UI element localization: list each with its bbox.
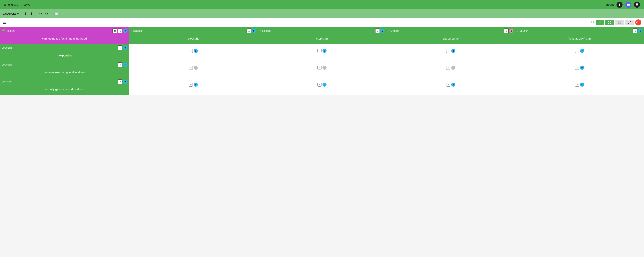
- score-badge-0-3: 7: [580, 49, 584, 53]
- score-icon-0-1[interactable]: [318, 49, 322, 53]
- undo-button[interactable]: ↩: [38, 11, 43, 16]
- search-button[interactable]: [591, 20, 594, 25]
- criterion-row-0: ⊞ Criterion 8 inexpensive: [0, 44, 644, 61]
- solution-1-title[interactable]: stop sign: [258, 34, 386, 44]
- criterion-0-icons: 8: [118, 45, 127, 50]
- upload-button[interactable]: ⬆: [29, 11, 34, 16]
- svg-rect-12: [114, 30, 116, 32]
- score-icon-0-2[interactable]: [446, 49, 450, 53]
- solution-0-header: ✓ Solution 6: [129, 27, 258, 34]
- score-icon-2-1[interactable]: [318, 83, 322, 87]
- score-cell-1-1: -: [258, 61, 386, 78]
- solution-2-header: ✓ Solution 2: [386, 27, 515, 34]
- score-badge-1-2: -: [451, 66, 455, 70]
- criterion-1-title[interactable]: conveys reasoning to slow down: [0, 68, 129, 78]
- download-button[interactable]: ⬇: [23, 11, 28, 16]
- criterion-0-badge: 8: [123, 46, 127, 50]
- problem-list-icon[interactable]: [118, 28, 122, 33]
- criterion-1-badge: 6: [123, 63, 127, 67]
- solution-cell-2: ✓ Solution 2 speed bump: [386, 27, 515, 44]
- nav-brand: ameliorate solve: [4, 3, 606, 6]
- solution-2-icons: 2: [504, 28, 513, 33]
- score-cell-1-2: -: [386, 61, 515, 78]
- solution-cell-0: ✓ Solution 6 stoplight: [129, 27, 258, 44]
- solution-cell-3: ✓ Solution 6 "kids at play" sign: [515, 27, 644, 44]
- score-icon-2-3[interactable]: [575, 83, 579, 87]
- grid-view-button[interactable]: [605, 20, 614, 25]
- criterion-1-icon: ⊞: [2, 63, 4, 66]
- solution-0-title[interactable]: stoplight: [129, 34, 258, 44]
- score-inner-1-0: -: [129, 61, 258, 74]
- matrix-container: 🧩 Problem 9 cars going too fast in neigh…: [0, 27, 644, 95]
- solution-1-header: ✓ Solution 7: [258, 27, 386, 34]
- solution-0-list-icon[interactable]: [246, 28, 251, 33]
- expand-button[interactable]: [625, 20, 634, 25]
- solution-0-icons: 6: [246, 28, 256, 33]
- score-cell-2-1: 9: [258, 78, 386, 95]
- nav-ameliorate[interactable]: ameliorate: [4, 3, 18, 6]
- svg-point-0: [592, 21, 594, 23]
- criterion-0-title[interactable]: inexpensive: [0, 51, 129, 61]
- nav-about[interactable]: about: [606, 3, 614, 6]
- check-view-button[interactable]: ✓: [596, 19, 604, 25]
- github-icon[interactable]: [634, 2, 640, 8]
- solution-2-list-icon[interactable]: [504, 28, 509, 33]
- criterion-cell-2: ⊞ Criterion 9 actually gets cars to slow…: [0, 78, 129, 95]
- checkmark-icon-3: ✓: [517, 29, 519, 32]
- svg-rect-3: [610, 21, 611, 22]
- solution-0-label: ✓ Solution: [131, 29, 142, 32]
- redo-button[interactable]: ↪: [44, 11, 49, 16]
- score-cell-2-3: 6: [515, 78, 644, 95]
- top-nav: ameliorate solve about: [0, 0, 644, 9]
- score-icon-1-0[interactable]: [189, 66, 193, 70]
- criterion-1-list-icon[interactable]: [118, 62, 122, 67]
- score-inner-2-2: 9: [386, 78, 515, 91]
- score-icon-1-3[interactable]: [575, 66, 579, 70]
- solution-1-icons: 7: [375, 28, 384, 33]
- problem-table-icon[interactable]: [112, 28, 117, 33]
- checkmark-icon-2: ✓: [388, 29, 390, 32]
- problem-title[interactable]: cars going too fast in neighborhood: [0, 34, 129, 44]
- svg-rect-5: [610, 23, 611, 24]
- score-icon-2-2[interactable]: [446, 83, 450, 87]
- split-view-button[interactable]: [615, 20, 624, 25]
- score-inner-1-1: -: [258, 61, 386, 74]
- nav-solve[interactable]: solve: [24, 3, 30, 6]
- solution-3-title[interactable]: "kids at play" sign: [515, 34, 644, 44]
- solution-3-icons: 6: [633, 28, 642, 33]
- score-inner-1-2: -: [386, 61, 515, 74]
- svg-rect-2: [608, 21, 609, 22]
- criterion-2-title[interactable]: actually gets cars to slow down: [0, 85, 129, 95]
- svg-line-11: [628, 23, 630, 24]
- checkmark-icon-1: ✓: [260, 29, 262, 32]
- hamburger-menu[interactable]: ☰: [3, 20, 6, 25]
- score-badge-2-2: 9: [451, 83, 455, 87]
- score-cell-0-1: 7: [258, 44, 386, 61]
- solution-1-list-icon[interactable]: [375, 28, 380, 33]
- score-icon-0-0[interactable]: [189, 49, 193, 53]
- criterion-0-list-icon[interactable]: [118, 45, 122, 50]
- score-icon-2-0[interactable]: [189, 83, 193, 87]
- examples-button[interactable]: EXAMPLES ▾: [3, 12, 18, 15]
- toolbar: EXAMPLES ▾ ⬇ ⬆ ↩ ↪ 📖: [0, 9, 644, 18]
- score-inner-0-0: 3: [129, 44, 258, 57]
- solution-2-badge: 2: [509, 29, 513, 33]
- solution-2-title[interactable]: speed bump: [386, 34, 515, 44]
- score-icon-0-3[interactable]: [575, 49, 579, 53]
- criterion-2-label: ⊞ Criterion: [2, 80, 13, 83]
- score-icon-1-1[interactable]: [318, 66, 322, 70]
- close-button[interactable]: ✕: [635, 19, 641, 25]
- facebook-icon[interactable]: [616, 2, 622, 8]
- criterion-row-1: ⊞ Criterion 6 conveys reasoning to slow …: [0, 61, 644, 78]
- problem-icons: 9: [112, 28, 127, 33]
- criterion-0-label: ⊞ Criterion: [2, 46, 13, 49]
- criterion-2-icons: 9: [118, 79, 127, 84]
- svg-rect-6: [618, 21, 621, 24]
- book-button[interactable]: 📖: [53, 11, 60, 16]
- discord-icon[interactable]: [625, 2, 631, 8]
- solution-3-badge: 6: [638, 29, 642, 33]
- solution-3-list-icon[interactable]: [633, 28, 638, 33]
- score-icon-1-2[interactable]: [446, 66, 450, 70]
- score-badge-1-1: -: [322, 66, 326, 70]
- criterion-2-list-icon[interactable]: [118, 79, 122, 84]
